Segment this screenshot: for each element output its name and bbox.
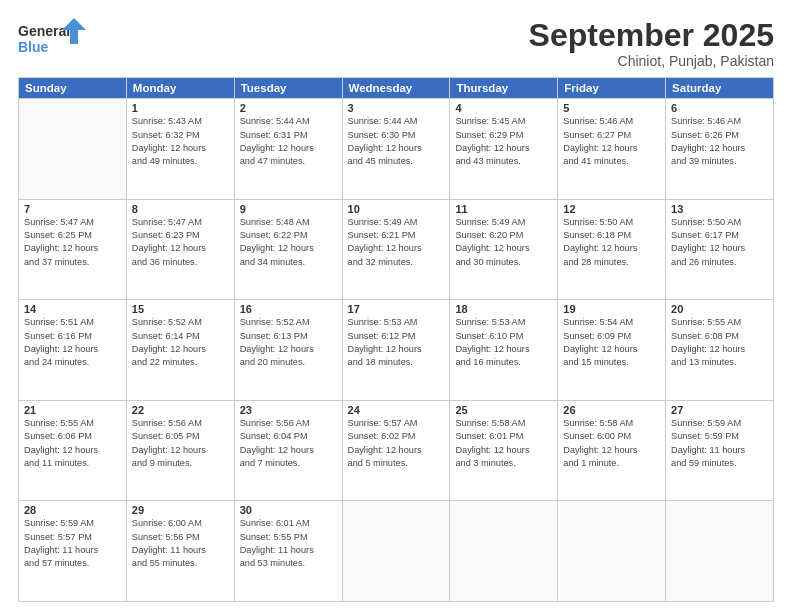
day-info-line: Sunset: 6:08 PM	[671, 331, 739, 341]
table-cell: 24Sunrise: 5:57 AMSunset: 6:02 PMDayligh…	[342, 400, 450, 501]
day-number: 6	[671, 102, 768, 114]
day-info-line: Daylight: 12 hours	[671, 344, 745, 354]
day-info: Sunrise: 5:44 AMSunset: 6:30 PMDaylight:…	[348, 115, 445, 168]
table-cell	[450, 501, 558, 602]
col-thursday: Thursday	[450, 78, 558, 99]
day-info-line: and 7 minutes.	[240, 458, 300, 468]
day-info: Sunrise: 5:58 AMSunset: 6:01 PMDaylight:…	[455, 417, 552, 470]
day-info-line: Daylight: 12 hours	[132, 143, 206, 153]
day-info-line: Sunrise: 5:59 AM	[671, 418, 741, 428]
table-cell	[342, 501, 450, 602]
day-info-line: Daylight: 12 hours	[132, 344, 206, 354]
day-number: 21	[24, 404, 121, 416]
day-info-line: Sunset: 5:55 PM	[240, 532, 308, 542]
day-info-line: Daylight: 12 hours	[455, 143, 529, 153]
day-info-line: and 5 minutes.	[348, 458, 408, 468]
calendar-table: Sunday Monday Tuesday Wednesday Thursday…	[18, 77, 774, 602]
table-cell: 14Sunrise: 5:51 AMSunset: 6:16 PMDayligh…	[19, 300, 127, 401]
day-info-line: Sunrise: 5:53 AM	[348, 317, 418, 327]
day-info-line: Sunset: 6:25 PM	[24, 230, 92, 240]
day-info-line: and 34 minutes.	[240, 257, 305, 267]
day-info-line: Sunrise: 5:52 AM	[240, 317, 310, 327]
day-info-line: Daylight: 12 hours	[240, 445, 314, 455]
table-cell: 25Sunrise: 5:58 AMSunset: 6:01 PMDayligh…	[450, 400, 558, 501]
day-info-line: Sunset: 6:30 PM	[348, 130, 416, 140]
day-info-line: Daylight: 12 hours	[24, 243, 98, 253]
day-info-line: Daylight: 12 hours	[455, 445, 529, 455]
day-info: Sunrise: 5:44 AMSunset: 6:31 PMDaylight:…	[240, 115, 337, 168]
day-info-line: Sunrise: 5:51 AM	[24, 317, 94, 327]
day-info: Sunrise: 5:46 AMSunset: 6:26 PMDaylight:…	[671, 115, 768, 168]
day-info: Sunrise: 5:47 AMSunset: 6:25 PMDaylight:…	[24, 216, 121, 269]
table-cell: 12Sunrise: 5:50 AMSunset: 6:18 PMDayligh…	[558, 199, 666, 300]
day-info: Sunrise: 5:50 AMSunset: 6:18 PMDaylight:…	[563, 216, 660, 269]
day-info-line: Daylight: 11 hours	[24, 545, 98, 555]
day-info-line: and 22 minutes.	[132, 357, 197, 367]
table-cell: 13Sunrise: 5:50 AMSunset: 6:17 PMDayligh…	[666, 199, 774, 300]
day-info-line: Daylight: 12 hours	[240, 344, 314, 354]
day-number: 19	[563, 303, 660, 315]
day-info: Sunrise: 5:43 AMSunset: 6:32 PMDaylight:…	[132, 115, 229, 168]
day-info-line: and 3 minutes.	[455, 458, 515, 468]
day-info-line: Sunrise: 5:58 AM	[563, 418, 633, 428]
day-info-line: Sunset: 5:57 PM	[24, 532, 92, 542]
day-info-line: Sunset: 6:21 PM	[348, 230, 416, 240]
day-info-line: Sunrise: 5:48 AM	[240, 217, 310, 227]
day-info-line: Sunset: 6:18 PM	[563, 230, 631, 240]
table-cell	[19, 99, 127, 200]
day-info-line: Sunset: 6:29 PM	[455, 130, 523, 140]
day-info-line: and 41 minutes.	[563, 156, 628, 166]
day-info: Sunrise: 5:55 AMSunset: 6:08 PMDaylight:…	[671, 316, 768, 369]
day-info-line: Sunset: 6:31 PM	[240, 130, 308, 140]
header: General Blue September 2025 Chiniot, Pun…	[18, 18, 774, 69]
day-info-line: Daylight: 12 hours	[240, 143, 314, 153]
day-info-line: and 32 minutes.	[348, 257, 413, 267]
calendar-week-row: 21Sunrise: 5:55 AMSunset: 6:06 PMDayligh…	[19, 400, 774, 501]
day-number: 26	[563, 404, 660, 416]
day-info-line: and 39 minutes.	[671, 156, 736, 166]
day-info-line: Daylight: 12 hours	[671, 143, 745, 153]
table-cell: 6Sunrise: 5:46 AMSunset: 6:26 PMDaylight…	[666, 99, 774, 200]
day-info-line: Daylight: 12 hours	[348, 243, 422, 253]
day-info: Sunrise: 5:59 AMSunset: 5:59 PMDaylight:…	[671, 417, 768, 470]
table-cell: 7Sunrise: 5:47 AMSunset: 6:25 PMDaylight…	[19, 199, 127, 300]
table-cell: 5Sunrise: 5:46 AMSunset: 6:27 PMDaylight…	[558, 99, 666, 200]
day-info-line: Daylight: 11 hours	[240, 545, 314, 555]
day-info: Sunrise: 6:01 AMSunset: 5:55 PMDaylight:…	[240, 517, 337, 570]
table-cell: 30Sunrise: 6:01 AMSunset: 5:55 PMDayligh…	[234, 501, 342, 602]
day-info-line: Sunset: 6:16 PM	[24, 331, 92, 341]
day-info-line: Sunset: 6:09 PM	[563, 331, 631, 341]
day-number: 25	[455, 404, 552, 416]
day-info: Sunrise: 5:58 AMSunset: 6:00 PMDaylight:…	[563, 417, 660, 470]
day-info-line: Sunset: 6:13 PM	[240, 331, 308, 341]
day-info-line: Daylight: 12 hours	[455, 344, 529, 354]
day-info-line: Sunrise: 5:46 AM	[563, 116, 633, 126]
table-cell: 16Sunrise: 5:52 AMSunset: 6:13 PMDayligh…	[234, 300, 342, 401]
day-info-line: Sunset: 6:26 PM	[671, 130, 739, 140]
day-info-line: Sunrise: 5:56 AM	[240, 418, 310, 428]
day-number: 14	[24, 303, 121, 315]
day-info-line: Sunset: 6:20 PM	[455, 230, 523, 240]
table-cell: 3Sunrise: 5:44 AMSunset: 6:30 PMDaylight…	[342, 99, 450, 200]
day-info-line: and 28 minutes.	[563, 257, 628, 267]
day-number: 16	[240, 303, 337, 315]
day-info-line: and 20 minutes.	[240, 357, 305, 367]
page: General Blue September 2025 Chiniot, Pun…	[0, 0, 792, 612]
day-info-line: Sunrise: 5:50 AM	[563, 217, 633, 227]
day-info-line: Daylight: 11 hours	[671, 445, 745, 455]
day-info: Sunrise: 5:52 AMSunset: 6:13 PMDaylight:…	[240, 316, 337, 369]
day-info-line: Sunset: 5:59 PM	[671, 431, 739, 441]
day-number: 11	[455, 203, 552, 215]
table-cell: 1Sunrise: 5:43 AMSunset: 6:32 PMDaylight…	[126, 99, 234, 200]
day-number: 29	[132, 504, 229, 516]
day-info-line: Sunrise: 5:49 AM	[455, 217, 525, 227]
day-info-line: Sunset: 6:00 PM	[563, 431, 631, 441]
table-cell: 29Sunrise: 6:00 AMSunset: 5:56 PMDayligh…	[126, 501, 234, 602]
table-cell	[558, 501, 666, 602]
day-number: 4	[455, 102, 552, 114]
day-info: Sunrise: 5:54 AMSunset: 6:09 PMDaylight:…	[563, 316, 660, 369]
table-cell: 4Sunrise: 5:45 AMSunset: 6:29 PMDaylight…	[450, 99, 558, 200]
day-info: Sunrise: 5:46 AMSunset: 6:27 PMDaylight:…	[563, 115, 660, 168]
day-info-line: Sunset: 6:10 PM	[455, 331, 523, 341]
calendar-week-row: 7Sunrise: 5:47 AMSunset: 6:25 PMDaylight…	[19, 199, 774, 300]
